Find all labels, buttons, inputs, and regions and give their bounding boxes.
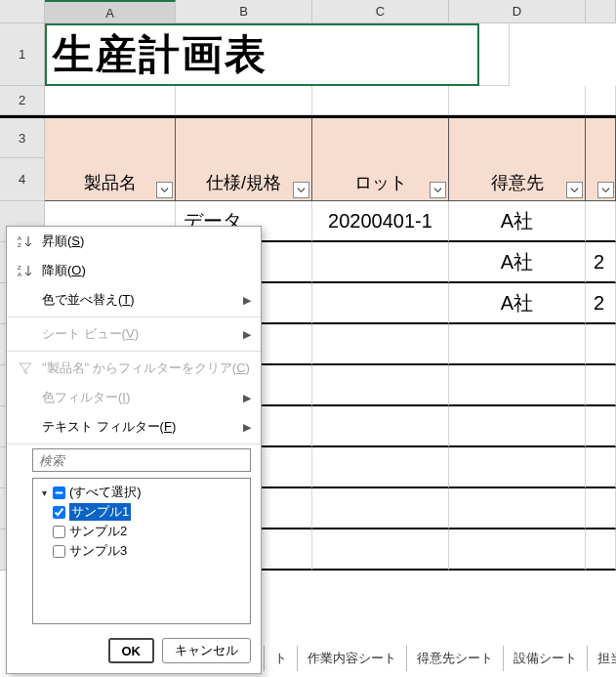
sheet-tab-work[interactable]: 作業内容シート — [298, 646, 407, 671]
sort-desc-icon: ZA — [17, 262, 34, 279]
cell-E1[interactable] — [479, 23, 510, 86]
dropdown-buttons: OK キャンセル — [7, 630, 261, 673]
filter-item-2-label: サンプル2 — [69, 523, 127, 540]
svg-text:A: A — [18, 235, 21, 241]
col-header-B[interactable]: B — [176, 0, 312, 22]
header-col-e[interactable] — [586, 158, 616, 201]
cancel-button[interactable]: キャンセル — [162, 638, 251, 663]
cell-e[interactable] — [586, 529, 616, 571]
filter-search-input[interactable] — [32, 448, 251, 472]
row-header-2[interactable]: 2 — [0, 86, 45, 115]
header-product[interactable]: 製品名 — [45, 158, 176, 201]
filter-item-1[interactable]: サンプル1 — [39, 502, 244, 522]
color-filter: 色フィルター(I) ▶ — [7, 383, 261, 412]
cell-customer[interactable] — [449, 406, 586, 447]
chevron-down-icon — [433, 186, 442, 194]
row-header-1[interactable]: 1 — [0, 23, 45, 86]
cell-e[interactable] — [586, 201, 616, 242]
row-header-4[interactable]: 4 — [0, 158, 45, 201]
cell-e[interactable] — [586, 324, 616, 365]
select-all-checkbox[interactable] — [53, 487, 65, 499]
filter-button-col-e[interactable] — [597, 182, 614, 198]
cell-customer[interactable] — [449, 447, 586, 488]
cell-D3[interactable] — [449, 118, 586, 158]
filter-value-list[interactable]: ▾ (すべて選択) サンプル1 サンプル2 サンプル3 — [32, 478, 251, 624]
cell-e[interactable]: 2 — [586, 283, 616, 324]
cell-C2[interactable] — [312, 86, 449, 115]
cell-E3[interactable] — [586, 118, 616, 158]
cell-C3[interactable] — [312, 118, 449, 158]
select-all-item[interactable]: ▾ (すべて選択) — [39, 483, 244, 502]
filter-item-2[interactable]: サンプル2 — [39, 522, 244, 541]
cell-A2[interactable] — [45, 86, 176, 115]
header-spec[interactable]: 仕様/規格 — [176, 158, 312, 201]
filter-item-1-label: サンプル1 — [69, 503, 131, 521]
cell-customer[interactable]: A社 — [449, 242, 586, 283]
submenu-arrow-icon: ▶ — [243, 328, 251, 341]
col-header-C[interactable]: C — [312, 0, 449, 22]
cell-customer[interactable] — [449, 529, 586, 571]
header-lot-label: ロット — [354, 171, 407, 194]
cell-e[interactable] — [586, 447, 616, 488]
cell-customer[interactable] — [449, 365, 586, 406]
cell-customer[interactable] — [449, 488, 586, 529]
chevron-down-icon — [160, 186, 169, 194]
select-all-corner[interactable] — [0, 0, 45, 22]
filter-item-1-checkbox[interactable] — [53, 506, 65, 519]
cell-B3[interactable] — [176, 118, 312, 158]
submenu-arrow-icon: ▶ — [243, 421, 251, 434]
cell-e[interactable]: 2 — [586, 242, 616, 283]
sort-by-color[interactable]: 色で並べ替え(T) ▶ — [7, 285, 261, 315]
cell-lot[interactable] — [312, 488, 449, 529]
ok-button[interactable]: OK — [108, 638, 155, 663]
cell-lot[interactable]: 20200401-1 — [312, 201, 449, 242]
separator — [7, 444, 261, 444]
separator — [7, 317, 261, 317]
col-header-E[interactable] — [586, 0, 616, 22]
header-customer[interactable]: 得意先 — [449, 158, 586, 201]
cell-lot[interactable] — [312, 447, 449, 488]
cell-customer[interactable]: A社 — [449, 201, 586, 242]
header-lot[interactable]: ロット — [312, 158, 449, 201]
col-header-A[interactable]: A — [45, 0, 176, 22]
cell-lot[interactable] — [312, 365, 449, 406]
text-filter[interactable]: テキスト フィルター(F) ▶ — [7, 412, 261, 442]
cell-e[interactable] — [586, 365, 616, 406]
cell-customer[interactable] — [449, 324, 586, 365]
cell-lot[interactable] — [312, 283, 449, 324]
cell-B2[interactable] — [176, 86, 312, 115]
row-1: 1 生産計画表 — [0, 23, 616, 86]
cell-customer[interactable]: A社 — [449, 283, 586, 324]
chevron-down-icon — [601, 186, 610, 194]
filter-item-3[interactable]: サンプル3 — [39, 541, 244, 561]
cell-e[interactable] — [586, 406, 616, 447]
cell-A3[interactable] — [45, 118, 176, 158]
row-3: 3 — [0, 115, 616, 158]
sheet-tab-partial-left[interactable]: ト — [264, 646, 298, 671]
filter-button-product[interactable] — [156, 182, 173, 198]
sheet-tab-customer[interactable]: 得意先シート — [407, 646, 504, 671]
cell-lot[interactable] — [312, 529, 449, 571]
filter-button-spec[interactable] — [293, 182, 309, 198]
filter-item-3-checkbox[interactable] — [53, 545, 65, 558]
sort-descending[interactable]: ZA 降順(O) — [7, 256, 261, 285]
sort-asc-icon: AZ — [17, 233, 34, 250]
cell-lot[interactable] — [312, 324, 449, 365]
col-header-D[interactable]: D — [449, 0, 586, 22]
filter-button-lot[interactable] — [430, 182, 446, 198]
cell-E2[interactable] — [586, 86, 616, 115]
cell-A1-title[interactable]: 生産計画表 — [45, 23, 479, 86]
sheet-tab-partial-right[interactable]: 担当 — [588, 646, 616, 671]
sort-ascending[interactable]: AZ 昇順(S) — [7, 227, 261, 256]
filter-button-customer[interactable] — [566, 182, 583, 198]
cell-e[interactable] — [586, 488, 616, 529]
filter-item-2-checkbox[interactable] — [53, 526, 65, 538]
svg-text:A: A — [18, 272, 21, 277]
row-header-3[interactable]: 3 — [0, 118, 45, 158]
sheet-tab-equipment[interactable]: 設備シート — [504, 646, 588, 671]
cell-D2[interactable] — [449, 86, 586, 115]
filter-search-box — [32, 448, 251, 472]
cell-lot[interactable] — [312, 406, 449, 447]
cell-lot[interactable] — [312, 242, 449, 283]
tree-collapse-icon[interactable]: ▾ — [39, 487, 49, 498]
